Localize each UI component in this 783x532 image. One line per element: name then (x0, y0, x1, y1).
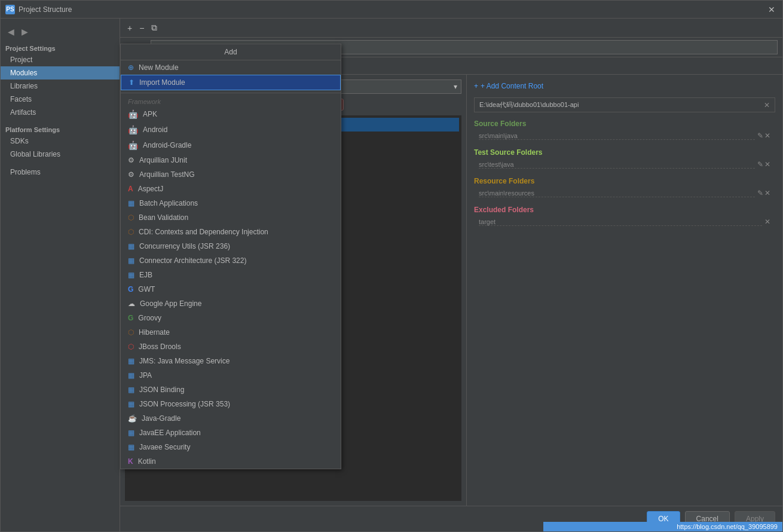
hibernate-icon: ⬡ (128, 328, 134, 337)
excluded-path-actions: ✕ (764, 218, 770, 226)
close-button[interactable]: ✕ (766, 4, 778, 16)
dropdown-item-java-gradle[interactable]: ☕ Java-Gradle (121, 411, 341, 426)
new-module-icon: ⊕ (128, 63, 134, 72)
dropdown-item-json-binding[interactable]: ▦ JSON Binding (121, 383, 341, 397)
resource-folders-section: Resource Folders src\main\resources ✎ ✕ (474, 177, 775, 198)
source-folders-title: Source Folders (474, 120, 775, 128)
dropdown-item-arquillian-testng[interactable]: ⚙ Arquillian TestNG (121, 167, 341, 182)
concurrency-icon: ▦ (128, 242, 134, 250)
dropdown-item-jms[interactable]: ▦ JMS: Java Message Service (121, 354, 341, 368)
google-app-engine-icon: ☁ (128, 299, 135, 308)
sidebar-item-libraries[interactable]: Libraries (1, 80, 120, 93)
sidebar-item-project[interactable]: Project (1, 53, 120, 66)
test-source-remove-button[interactable]: ✕ (764, 160, 770, 169)
test-source-folders-section: Test Source Folders src\test\java ✎ ✕ (474, 148, 775, 170)
forward-button[interactable]: ▶ (19, 26, 30, 38)
excluded-path-row: target ✕ (474, 216, 775, 227)
source-path-row: src\main\java ✎ ✕ (474, 130, 775, 141)
sidebar-divider-2 (1, 161, 120, 166)
title-bar: PS Project Structure ✕ (1, 1, 782, 19)
project-structure-dialog: PS Project Structure ✕ ◀ ▶ Project Setti… (0, 0, 783, 532)
sidebar: ◀ ▶ Project Settings Project Modules Lib… (1, 19, 120, 531)
dropdown-item-arquillian-junit[interactable]: ⚙ Arquillian JUnit (121, 153, 341, 167)
java-gradle-icon: ☕ (128, 414, 137, 423)
resource-path-actions: ✎ ✕ (757, 189, 770, 197)
path-text: E:\idea代码\dubbo01\dubbo01-api (479, 100, 579, 109)
excluded-folders-section: Excluded Folders target ✕ (474, 206, 775, 227)
sidebar-item-problems[interactable]: Problems (1, 166, 120, 179)
javaee-app-icon: ▦ (128, 429, 134, 437)
dropdown-item-javaee-application[interactable]: ▦ JavaEE Application (121, 426, 341, 440)
path-close-button[interactable]: ✕ (764, 101, 770, 109)
dropdown-item-javaee-security[interactable]: ▦ Javaee Security (121, 440, 341, 454)
source-path: src\main\java (479, 132, 755, 140)
window-title: Project Structure (19, 5, 72, 14)
batch-icon: ▦ (128, 199, 134, 207)
test-source-path-actions: ✎ ✕ (757, 160, 770, 169)
sidebar-item-facets[interactable]: Facets (1, 93, 120, 106)
test-source-path-row: src\test\java ✎ ✕ (474, 159, 775, 170)
dropdown-item-jboss-drools[interactable]: ⬡ JBoss Drools (121, 340, 341, 354)
dropdown-item-apk[interactable]: 🤖 APK (121, 106, 341, 122)
right-side-panel: + + Add Content Root E:\idea代码\dubbo01\d… (467, 75, 782, 506)
sidebar-item-sdks[interactable]: SDKs (1, 134, 120, 148)
sidebar-item-modules[interactable]: Modules (1, 66, 120, 80)
main-content: ◀ ▶ Project Settings Project Modules Lib… (1, 19, 782, 531)
dropdown-item-kotlin[interactable]: K Kotlin (121, 454, 341, 469)
dropdown-item-groovy[interactable]: G Groovy (121, 311, 341, 325)
dropdown-item-batch[interactable]: ▦ Batch Applications (121, 196, 341, 210)
dropdown-new-module[interactable]: ⊕ New Module (121, 60, 341, 75)
jpa-icon: ▦ (128, 371, 134, 380)
copy-toolbar-button[interactable]: ⧉ (149, 22, 160, 34)
dropdown-item-json-processing[interactable]: ▦ JSON Processing (JSR 353) (121, 397, 341, 411)
excluded-remove-button[interactable]: ✕ (764, 218, 770, 226)
sidebar-item-global-libraries[interactable]: Global Libraries (1, 148, 120, 161)
excluded-path: target (479, 218, 762, 226)
sidebar-item-artifacts[interactable]: Artifacts (1, 106, 120, 119)
bean-icon: ⬡ (128, 213, 134, 222)
jms-icon: ▦ (128, 357, 134, 365)
test-source-folders-title: Test Source Folders (474, 148, 775, 157)
test-source-path: src\test\java (479, 161, 755, 169)
jboss-icon: ⬡ (128, 343, 134, 351)
dropdown-header: Add (121, 44, 341, 60)
dropdown-item-android-gradle[interactable]: 🤖 Android-Gradle (121, 137, 341, 153)
resource-remove-button[interactable]: ✕ (764, 189, 770, 197)
arquillian-testng-icon: ⚙ (128, 170, 134, 179)
dropdown-arrow-icon: ▾ (454, 82, 457, 91)
arquillian-junit-icon: ⚙ (128, 156, 134, 164)
app-icon: PS (5, 5, 15, 14)
dropdown-item-aspectj[interactable]: A AspectJ (121, 182, 341, 196)
back-button[interactable]: ◀ (5, 26, 17, 38)
json-binding-icon: ▦ (128, 386, 134, 394)
plus-icon: + (474, 82, 478, 90)
dropdown-item-bean-validation[interactable]: ⬡ Bean Validation (121, 210, 341, 225)
source-folders-section: Source Folders src\main\java ✎ ✕ (474, 120, 775, 141)
gwt-icon: G (128, 285, 133, 293)
dropdown-item-cdi[interactable]: ⬡ CDI: Contexts and Dependency Injection (121, 225, 341, 239)
platform-settings-section: Platform Settings (1, 124, 120, 134)
add-toolbar-button[interactable]: + (125, 22, 134, 34)
dropdown-item-connector[interactable]: ▦ Connector Architecture (JSR 322) (121, 253, 341, 268)
resource-path: src\main\resources (479, 189, 755, 197)
dropdown-item-concurrency[interactable]: ▦ Concurrency Utils (JSR 236) (121, 239, 341, 253)
project-settings-section: Project Settings (1, 42, 120, 53)
groovy-icon: G (128, 314, 133, 322)
dropdown-item-hibernate[interactable]: ⬡ Hibernate (121, 325, 341, 340)
dropdown-item-google-app-engine[interactable]: ☁ Google App Engine (121, 296, 341, 311)
dropdown-item-ejb[interactable]: ▦ EJB (121, 268, 341, 282)
nav-controls: ◀ ▶ (1, 23, 120, 42)
resource-edit-button[interactable]: ✎ (757, 189, 763, 197)
cdi-icon: ⬡ (128, 228, 134, 236)
dropdown-item-android[interactable]: 🤖 Android (121, 122, 341, 137)
source-remove-button[interactable]: ✕ (764, 132, 770, 140)
remove-toolbar-button[interactable]: − (137, 22, 146, 34)
source-edit-button[interactable]: ✎ (757, 132, 763, 140)
dropdown-import-module[interactable]: ⬆ Import Module (121, 75, 341, 90)
import-module-icon: ⬆ (129, 78, 134, 87)
dropdown-item-gwt[interactable]: G GWT (121, 282, 341, 296)
dropdown-item-jpa[interactable]: ▦ JPA (121, 368, 341, 383)
json-processing-icon: ▦ (128, 400, 134, 408)
add-content-root-button[interactable]: + + Add Content Root (474, 82, 775, 90)
test-source-edit-button[interactable]: ✎ (757, 160, 763, 169)
